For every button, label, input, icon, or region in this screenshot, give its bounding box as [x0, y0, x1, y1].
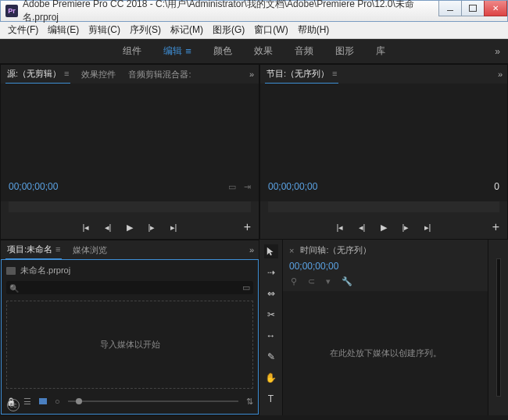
button-editor-icon[interactable]: +	[492, 220, 499, 234]
close-panel-icon[interactable]	[289, 246, 294, 255]
project-search[interactable]	[6, 281, 253, 294]
menu-edit[interactable]: 编辑(E)	[43, 22, 84, 38]
go-to-in-button[interactable]: |◂	[334, 222, 345, 233]
window-controls	[439, 1, 507, 21]
bottom-right-group: ⇢ ⇔ ✂ ↔ ✎ ✋ T 时间轴:（无序列） 00;00;00;00 ⚲ ⊂ …	[259, 240, 508, 415]
play-button[interactable]: ▶	[378, 222, 389, 233]
step-back-button[interactable]: ◂|	[102, 222, 113, 233]
workspace-library[interactable]: 库	[376, 44, 385, 58]
marker-icon[interactable]: ▾	[326, 276, 331, 287]
workspace-color[interactable]: 颜色	[213, 44, 232, 58]
ripple-edit-tool[interactable]: ⇔	[264, 287, 278, 301]
search-icon	[9, 283, 19, 293]
workspace-graphics[interactable]: 图形	[335, 44, 354, 58]
button-editor-icon[interactable]: +	[244, 220, 251, 234]
zoom-slider[interactable]	[68, 400, 238, 402]
project-panel-tabs: 项目:未命名 媒体浏览	[1, 240, 259, 259]
program-timecode[interactable]: 00;00;00;00	[268, 181, 317, 192]
window-titlebar: Pr Adobe Premiere Pro CC 2018 - C:\用户\Ad…	[0, 0, 508, 22]
menu-graphics[interactable]: 图形(G)	[208, 22, 249, 38]
maximize-button[interactable]	[461, 1, 485, 16]
workspace-overflow-button[interactable]: »	[495, 46, 500, 57]
step-forward-button[interactable]: |▸	[400, 222, 411, 233]
source-transport: |◂ ◂| ▶ |▸ ▸| +	[1, 215, 259, 239]
menu-help[interactable]: 帮助(H)	[293, 22, 334, 38]
tab-effect-controls[interactable]: 效果控件	[80, 66, 117, 84]
program-duration: 0	[494, 181, 499, 192]
panel-menu-icon[interactable]	[55, 244, 60, 254]
source-monitor-viewport: 00;00;00;00 ▭ ⇥	[1, 84, 259, 201]
workspace-tabs: 组件 编辑 颜色 效果 音频 图形 库 »	[0, 39, 508, 64]
timeline-timecode[interactable]: 00;00;00;00	[283, 261, 488, 276]
sort-icon[interactable]: ⇅	[246, 397, 253, 407]
go-to-in-button[interactable]: |◂	[80, 222, 91, 233]
panel-menu-icon[interactable]	[64, 69, 69, 78]
menu-bar: 文件(F) 编辑(E) 剪辑(C) 序列(S) 标记(M) 图形(G) 窗口(W…	[0, 22, 508, 39]
hand-tool[interactable]: ✋	[264, 371, 278, 385]
audio-meter[interactable]	[496, 258, 501, 397]
razor-tool[interactable]: ✂	[264, 308, 278, 322]
snap-icon[interactable]: ⚲	[291, 276, 297, 287]
tab-media-browser[interactable]: 媒体浏览	[71, 241, 109, 259]
program-panel-tabs: 节目:（无序列）	[260, 65, 507, 84]
step-back-button[interactable]: ◂|	[356, 222, 367, 233]
minimize-button[interactable]	[438, 1, 462, 16]
source-panel-tabs: 源:（无剪辑） 效果控件 音频剪辑混合器:	[1, 65, 259, 84]
new-bin-icon[interactable]	[242, 283, 250, 293]
program-transport: |◂ ◂| ▶ |▸ ▸| +	[260, 215, 507, 239]
program-monitor-viewport: 00;00;00;00 0	[260, 84, 507, 201]
project-footer: ⇅	[6, 393, 253, 409]
type-tool[interactable]: T	[264, 392, 278, 406]
project-file-icon	[6, 267, 16, 275]
menu-clip[interactable]: 剪辑(C)	[84, 22, 125, 38]
go-to-out-button[interactable]: ▸|	[168, 222, 179, 233]
source-monitor-panel: 源:（无剪辑） 效果控件 音频剪辑混合器: 00;00;00;00 ▭ ⇥ |◂…	[0, 64, 259, 240]
timeline-panel: 时间轴:（无序列） 00;00;00;00 ⚲ ⊂ ▾ 🔧 在此处放下媒体以创建…	[283, 240, 488, 415]
panel-menu-icon[interactable]	[332, 69, 337, 78]
project-file-name: 未命名.prproj	[20, 265, 70, 276]
search-input[interactable]	[19, 283, 242, 293]
tab-program[interactable]: 节目:（无序列）	[265, 65, 338, 84]
step-forward-button[interactable]: |▸	[146, 222, 157, 233]
source-scrubber[interactable]	[9, 201, 251, 212]
hamburger-icon[interactable]	[185, 45, 191, 57]
fit-icon[interactable]: ▭	[228, 182, 236, 192]
settings-icon[interactable]: 🔧	[342, 276, 352, 287]
project-body: 未命名.prproj 导入媒体以开始 ⇅	[1, 259, 259, 415]
panel-overflow-icon[interactable]	[249, 245, 254, 254]
workspace-assembly[interactable]: 组件	[123, 44, 141, 58]
step-icon[interactable]: ⇥	[244, 182, 251, 192]
menu-window[interactable]: 窗口(W)	[249, 22, 292, 38]
workspace-editing[interactable]: 编辑	[163, 44, 191, 58]
tab-audio-clip-mixer[interactable]: 音频剪辑混合器:	[127, 66, 192, 84]
program-monitor-panel: 节目:（无序列） 00;00;00;00 0 |◂ ◂| ▶ |▸ ▸| +	[259, 64, 508, 240]
icon-view-button[interactable]	[39, 398, 47, 404]
pen-tool[interactable]: ✎	[264, 350, 278, 364]
close-button[interactable]	[484, 1, 507, 16]
play-button[interactable]: ▶	[124, 222, 135, 233]
track-select-tool[interactable]: ⇢	[264, 265, 278, 279]
project-drop-zone[interactable]: 导入媒体以开始	[6, 301, 253, 389]
menu-marker[interactable]: 标记(M)	[166, 22, 208, 38]
workspace-audio[interactable]: 音频	[295, 44, 313, 58]
linked-selection-icon[interactable]: ⊂	[308, 276, 315, 287]
panel-overflow-icon[interactable]	[249, 69, 254, 79]
menu-sequence[interactable]: 序列(S)	[125, 22, 166, 38]
program-scrubber[interactable]	[268, 201, 499, 212]
timeline-tab-label[interactable]: 时间轴:（无序列）	[300, 244, 371, 256]
freeform-view-button[interactable]	[55, 397, 60, 406]
source-timecode[interactable]: 00;00;00;00	[9, 181, 58, 192]
list-view-button[interactable]	[23, 397, 31, 407]
sync-settings-icon[interactable]	[7, 399, 20, 411]
tab-source[interactable]: 源:（无剪辑）	[5, 65, 70, 84]
tab-project[interactable]: 项目:未命名	[5, 240, 62, 260]
app-icon: Pr	[5, 5, 18, 17]
go-to-out-button[interactable]: ▸|	[422, 222, 433, 233]
panel-overflow-icon[interactable]	[498, 69, 503, 79]
slip-tool[interactable]: ↔	[264, 329, 278, 343]
workspace-effects[interactable]: 效果	[254, 44, 273, 58]
menu-file[interactable]: 文件(F)	[3, 22, 43, 38]
timeline-header-icons: ⚲ ⊂ ▾ 🔧	[283, 276, 488, 291]
timeline-drop-zone[interactable]: 在此处放下媒体以创建序列。	[283, 291, 488, 415]
selection-tool[interactable]	[264, 244, 278, 258]
